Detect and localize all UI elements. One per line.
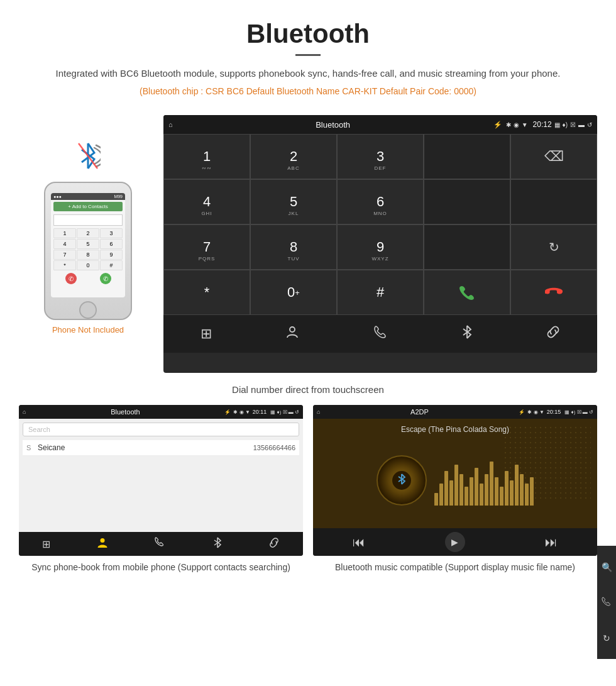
dial-key-hash[interactable]: #: [337, 270, 424, 315]
phone-key-3: 3: [100, 228, 123, 238]
dial-key-0[interactable]: 0+: [250, 270, 337, 315]
signal-icon: ▼: [522, 121, 528, 128]
contact-row-seicane[interactable]: S Seicane 13566664466: [23, 440, 299, 456]
svg-point-4: [101, 538, 105, 543]
eq-bar-18: [525, 484, 529, 506]
dial-backspace-key[interactable]: ⌫: [510, 134, 597, 179]
phone-key-9: 9: [100, 250, 123, 260]
eq-bar-12: [495, 477, 498, 506]
pb-status-icons: ▦ ♦) ☒ ▬ ↺: [270, 409, 299, 415]
phonebook-caption: Sync phone-book from mobile phone (Suppo…: [31, 561, 290, 574]
camera-icon[interactable]: ▦: [554, 121, 560, 128]
dial-bottom-bt-icon[interactable]: [461, 325, 473, 343]
music-play-pause-btn[interactable]: ▶: [445, 532, 465, 552]
header-description: Integrated with BC6 Bluetooth module, su…: [38, 66, 578, 81]
phonebook-bottom-bar: ⊞: [19, 532, 303, 556]
phone-key-2: 2: [77, 228, 99, 238]
phone-device-image: ●●● M99 + Add to Contacts 1 2 3 4 5 6 7 …: [44, 182, 132, 320]
phone-end-call-btn: ✆: [65, 273, 77, 284]
window-icon[interactable]: ▬: [578, 121, 585, 128]
pb-home-icon[interactable]: ⌂: [23, 409, 26, 415]
home-icon[interactable]: ⌂: [168, 121, 173, 128]
music-content: [377, 439, 534, 522]
bluetooth-symbol: [75, 153, 101, 176]
dial-key-4-sub: GHI: [201, 211, 212, 216]
ms-time: 20:15: [547, 409, 561, 415]
pb-icons: ✱ ◉ ▼: [233, 409, 250, 415]
eq-bar-6: [465, 487, 468, 506]
ms-icons: ✱ ◉ ▼: [527, 409, 544, 415]
close-icon[interactable]: ☒: [570, 121, 576, 128]
eq-bar-16: [515, 465, 519, 506]
eq-bar-19: [530, 477, 534, 506]
ms-title: A2DP: [322, 408, 516, 416]
pb-person-icon[interactable]: [97, 537, 108, 551]
eq-bar-17: [520, 474, 524, 506]
eq-bar-9: [480, 484, 483, 506]
dial-refresh-key[interactable]: ↻: [510, 224, 597, 270]
eq-bar-8: [475, 468, 478, 506]
dial-call-red[interactable]: [510, 270, 597, 315]
header-specs: (Bluetooth chip : CSR BC6 Default Blueto…: [38, 86, 578, 96]
phone-key-1: 1: [53, 228, 76, 238]
header-section: Bluetooth Integrated with BC6 Bluetooth …: [0, 0, 616, 115]
dial-key-8-sub: TUV: [288, 256, 300, 262]
volume-icon[interactable]: ♦): [563, 121, 568, 128]
music-song-title: Escape (The Pina Colada Song): [401, 425, 509, 434]
eq-bar-3: [449, 480, 453, 506]
music-play-icon: ▶: [451, 537, 458, 547]
dial-key-1-sub: ∾∾: [202, 165, 212, 171]
pb-bt-icon[interactable]: [213, 537, 222, 551]
dial-key-3[interactable]: 3DEF: [337, 134, 424, 179]
ms-status-icons: ▦ ♦) ☒ ▬ ↺: [564, 409, 593, 415]
dial-key-4[interactable]: 4GHI: [163, 179, 250, 224]
music-equalizer: [434, 455, 534, 506]
pb-link-icon[interactable]: [268, 537, 280, 551]
contact-letter: S: [26, 444, 34, 451]
music-next-icon[interactable]: ⏭: [545, 535, 558, 550]
bottom-row: ⌂ Bluetooth ⚡ ✱ ◉ ▼ 20:11 ▦ ♦) ☒ ▬ ↺ Sea…: [0, 405, 616, 574]
main-feature-section: ●●● M99 + Add to Contacts 1 2 3 4 5 6 7 …: [0, 115, 616, 373]
eq-bar-7: [470, 477, 473, 506]
main-caption: Dial number direct from touchscreen: [0, 379, 616, 405]
statusbar-title: Bluetooth: [177, 120, 490, 130]
dial-key-9[interactable]: 9WXYZ: [337, 224, 424, 270]
dial-key-1[interactable]: 1∾∾: [163, 134, 250, 179]
page-title: Bluetooth: [38, 19, 578, 49]
dial-bottom-person-icon[interactable]: [285, 325, 299, 343]
dial-key-6[interactable]: 6MNO: [337, 179, 424, 224]
statusbar-right-icons: ✱ ◉ ▼ 20:12 ▦ ♦) ☒ ▬ ↺: [506, 120, 592, 129]
eq-bar-0: [434, 493, 438, 506]
ms-home-icon[interactable]: ⌂: [317, 409, 320, 415]
phonebook-search-bar[interactable]: Search: [23, 423, 299, 436]
pb-grid-icon[interactable]: ⊞: [42, 538, 50, 550]
eq-bar-5: [459, 474, 463, 506]
phone-mock-area: ●●● M99 + Add to Contacts 1 2 3 4 5 6 7 …: [19, 115, 157, 335]
dial-key-2[interactable]: 2ABC: [250, 134, 337, 179]
phone-key-hash: #: [100, 260, 123, 270]
dial-key-star[interactable]: *: [163, 270, 250, 315]
dial-bottom-grid-icon[interactable]: ⊞: [201, 326, 212, 342]
phone-key-0: 0: [77, 260, 99, 270]
eq-bar-4: [454, 465, 458, 506]
location-icon: ◉: [514, 121, 519, 128]
dial-key-5[interactable]: 5JKL: [250, 179, 337, 224]
statusbar-time: 20:12: [533, 120, 552, 129]
dial-key-7[interactable]: 7PQRS: [163, 224, 250, 270]
dial-empty-2: [424, 179, 510, 224]
music-prev-icon[interactable]: ⏮: [353, 535, 365, 550]
dial-empty-1: [424, 134, 510, 179]
ms-usb-icon: ⚡: [519, 409, 525, 415]
bt-status-icon: ✱: [506, 121, 511, 128]
dial-key-8[interactable]: 8TUV: [250, 224, 337, 270]
dial-statusbar: ⌂ Bluetooth ⚡ ✱ ◉ ▼ 20:12 ▦ ♦) ☒ ▬ ↺: [163, 115, 597, 134]
dial-call-green[interactable]: [424, 270, 510, 315]
dial-key-2-sub: ABC: [287, 165, 299, 171]
phone-keypad: 1 2 3 4 5 6 7 8 9 * 0 #: [53, 228, 123, 270]
dial-bottom-phone-icon[interactable]: [373, 325, 387, 343]
pb-call-icon[interactable]: [155, 537, 166, 551]
back-icon[interactable]: ↺: [587, 121, 592, 128]
pb-time: 20:11: [253, 409, 267, 415]
dial-bottom-link-icon[interactable]: [546, 325, 560, 343]
phone-dial-input: [53, 214, 123, 226]
